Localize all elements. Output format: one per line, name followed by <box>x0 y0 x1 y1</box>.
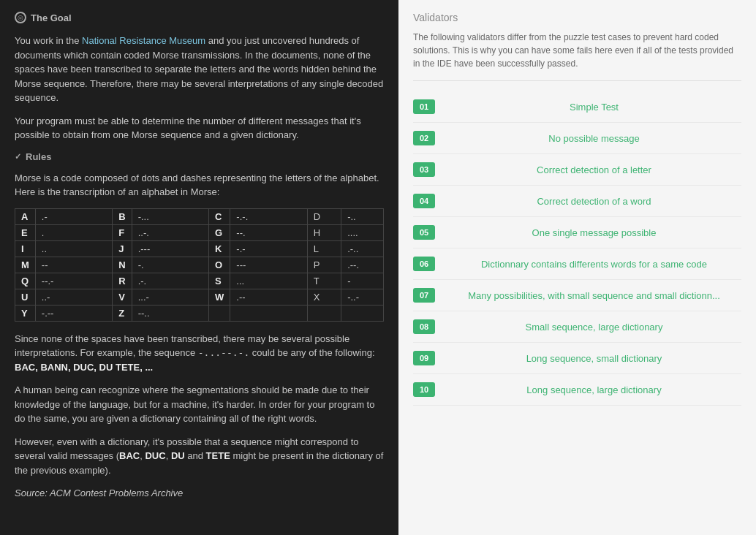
morse-cell: -... <box>132 208 208 224</box>
morse-cell: N <box>113 257 132 273</box>
rules-paragraph-4: However, even with a dictionary, it's po… <box>15 435 384 478</box>
morse-cell: .. <box>35 240 112 257</box>
morse-cell: A <box>15 208 36 224</box>
morse-cell: --. <box>230 224 307 240</box>
rules-label: Rules <box>26 151 51 162</box>
validators-description: The following validators differ from the… <box>413 31 741 81</box>
validator-label: Long sequence, small dictionary <box>447 353 741 364</box>
morse-cell: E <box>15 224 36 240</box>
validator-row[interactable]: 07Many possibilities, with small sequenc… <box>413 280 741 311</box>
goal-icon: ◎ <box>15 12 26 23</box>
morse-cell: .-.. <box>341 240 384 257</box>
validator-badge: 04 <box>413 194 435 208</box>
morse-cell: -.-. <box>230 208 307 224</box>
validator-label: Many possibilities, with small sequence … <box>447 290 741 301</box>
morse-cell: .... <box>341 224 384 240</box>
source-text: Source: ACM Contest Problems Archive <box>15 486 384 501</box>
morse-cell: P <box>307 257 341 273</box>
validator-badge: 03 <box>413 162 435 177</box>
validator-row[interactable]: 09Long sequence, small dictionary <box>413 343 741 374</box>
validator-row[interactable]: 04Correct detection of a word <box>413 186 741 217</box>
validator-label: Simple Test <box>447 102 741 113</box>
validators-list: 01Simple Test02No possible message03Corr… <box>413 91 741 406</box>
validator-row[interactable]: 08Small sequence, large dictionary <box>413 311 741 343</box>
morse-cell: Q <box>15 273 36 289</box>
validators-title: Validators <box>413 12 741 23</box>
morse-cell: .- <box>35 208 112 224</box>
morse-cell: M <box>15 257 36 273</box>
goal-header: ◎ The Goal <box>15 12 384 23</box>
morse-cell: K <box>209 240 230 257</box>
validator-badge: 07 <box>413 288 435 303</box>
validator-badge: 10 <box>413 382 435 397</box>
morse-cell: U <box>15 289 36 305</box>
morse-cell: -. <box>132 257 208 273</box>
validator-label: Dictionnary contains differents words fo… <box>447 259 741 270</box>
right-panel: Validators The following validators diff… <box>398 0 756 535</box>
validator-label: Correct detection of a word <box>447 196 741 207</box>
validator-label: Small sequence, large dictionary <box>447 322 741 333</box>
validator-row[interactable]: 06Dictionnary contains differents words … <box>413 248 741 280</box>
morse-cell: Z <box>113 305 132 321</box>
morse-cell: --.. <box>132 305 208 321</box>
morse-cell <box>341 305 384 321</box>
morse-cell: C <box>209 208 230 224</box>
rules-paragraph-3: A human being can recognize where the se… <box>15 383 384 426</box>
validator-label: Long sequence, large dictionary <box>447 384 741 395</box>
validator-badge: 09 <box>413 351 435 365</box>
rules-paragraph-1: Morse is a code composed of dots and das… <box>15 171 384 200</box>
morse-cell: X <box>307 289 341 305</box>
goal-title: The Goal <box>31 12 72 23</box>
morse-cell <box>209 305 230 321</box>
validator-row[interactable]: 05One single message possible <box>413 217 741 248</box>
morse-cell: -.. <box>341 208 384 224</box>
validator-label: Correct detection of a letter <box>447 164 741 175</box>
validator-badge: 06 <box>413 257 435 271</box>
morse-cell: -.- <box>230 240 307 257</box>
morse-cell: V <box>113 289 132 305</box>
morse-table: A.- B-... C-.-. D-.. E. F..-. G--. H....… <box>15 208 384 322</box>
morse-cell: H <box>307 224 341 240</box>
validator-row[interactable]: 10Long sequence, large dictionary <box>413 374 741 406</box>
morse-cell: --- <box>230 257 307 273</box>
morse-cell: .--. <box>341 257 384 273</box>
validator-label: One single message possible <box>447 227 741 238</box>
morse-cell: -.-- <box>35 305 112 321</box>
validator-badge: 08 <box>413 319 435 334</box>
validator-badge: 05 <box>413 225 435 240</box>
validator-badge: 02 <box>413 131 435 145</box>
validator-row[interactable]: 02No possible message <box>413 123 741 154</box>
validator-badge: 01 <box>413 99 435 114</box>
morse-cell: L <box>307 240 341 257</box>
morse-cell: R <box>113 273 132 289</box>
morse-cell: ...- <box>132 289 208 305</box>
morse-cell: G <box>209 224 230 240</box>
left-panel: ◎ The Goal You work in the National Resi… <box>0 0 398 535</box>
rules-paragraph-2: Since none of the spaces have been trans… <box>15 332 384 375</box>
morse-cell: W <box>209 289 230 305</box>
morse-cell: T <box>307 273 341 289</box>
morse-cell: .-- <box>230 289 307 305</box>
morse-cell: .--- <box>132 240 208 257</box>
morse-cell <box>230 305 307 321</box>
morse-cell: --.- <box>35 273 112 289</box>
rules-toggle[interactable]: ✓ Rules <box>15 151 384 162</box>
morse-cell: D <box>307 208 341 224</box>
morse-cell: - <box>341 273 384 289</box>
validator-row[interactable]: 01Simple Test <box>413 91 741 123</box>
validator-row[interactable]: 03Correct detection of a letter <box>413 154 741 186</box>
morse-cell: .-. <box>132 273 208 289</box>
validator-label: No possible message <box>447 133 741 144</box>
intro-paragraph-1: You work in the National Resistance Muse… <box>15 34 384 105</box>
morse-cell: -..- <box>341 289 384 305</box>
morse-cell <box>307 305 341 321</box>
morse-cell: B <box>113 208 132 224</box>
morse-cell: Y <box>15 305 36 321</box>
intro-paragraph-2: Your program must be able to determine t… <box>15 114 384 143</box>
morse-cell: ... <box>230 273 307 289</box>
morse-cell: ..- <box>35 289 112 305</box>
morse-cell: ..-. <box>132 224 208 240</box>
morse-cell: J <box>113 240 132 257</box>
morse-cell: I <box>15 240 36 257</box>
morse-cell: . <box>35 224 112 240</box>
